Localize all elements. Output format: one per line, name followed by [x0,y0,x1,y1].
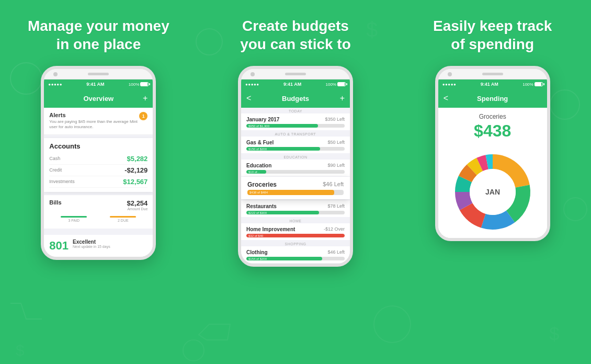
phone-3: ●●●●● 9:41 AM 100% < Spending Groceries … [435,66,550,241]
budget-item-row-2: Education $90 Left [246,163,345,168]
battery-icon-1 [140,82,149,86]
donut-segment-6 [465,170,472,179]
panel-create-budgets: Create budgets you can stick to ●●●●● 9:… [197,0,394,364]
bills-header: Bills $2,254 Amount Due [49,199,147,211]
account-value-credit: -$2,129 [124,166,147,174]
budget-left-3: $46 Left [323,181,344,188]
budget-name-2: Education [246,163,271,168]
budget-bar-bg-1: $150 of $200 [246,147,345,151]
account-label-investments: Investments [49,179,75,184]
budget-sublabel-6: SHOPPING [241,241,350,246]
alerts-row: Alerts You are paying $45 more than the … [44,108,153,135]
budget-sublabel-1: AUTO & TRANSPORT [241,131,350,136]
nav-title-3: Spending [477,95,508,103]
phone-1-speaker [88,73,109,75]
budget-name-1: Gas & Fuel [246,140,274,145]
phone-3-camera [448,72,452,76]
budget-bar-bg-2: $10 of... [246,170,345,174]
budget-bar-label-3: $438 of $484 [249,191,268,194]
bills-section: Bills $2,254 Amount Due 3 PAID [44,195,153,229]
budget-bar-bg-6: $154 of $200 [246,257,345,260]
budget-left-2: $90 Left [327,163,345,168]
status-signal-1: ●●●●● [48,82,62,87]
budget-item-2[interactable]: EDUCATION Education $90 Left $10 of... [241,154,350,176]
budget-bar-bg-0: $950 of $1,300 [246,124,345,128]
donut-segment-9 [487,162,493,162]
budget-left-1: $50 Left [327,140,345,145]
battery-icon-2 [337,82,346,86]
budget-item-0[interactable]: TODAY January 2017 $350 Left $950 of $1,… [241,108,350,130]
spending-category: Groceries [444,113,542,120]
budget-name-6: Clothing [246,249,268,255]
budget-item-row-1: Gas & Fuel $50 Left [246,140,345,145]
phone-2-camera [251,72,255,76]
nav-back-icon-2[interactable]: < [246,94,251,103]
bills-title: Bills [49,199,61,206]
bills-bar-due-fill [110,216,136,218]
budget-item-row-6: Clothing $46 Left [246,249,345,255]
donut-segment-7 [472,165,480,170]
account-row-credit[interactable]: Credit -$2,129 [49,165,147,176]
nav-add-icon-1[interactable]: + [143,94,147,103]
budget-name-3: Groceries [247,181,277,188]
budget-item-1[interactable]: AUTO & TRANSPORT Gas & Fuel $50 Left $15… [241,131,350,153]
phone-3-top-bar [438,69,547,79]
credit-sublabel: Next update in 15 days [73,245,110,248]
donut-segment-5 [462,179,465,192]
budget-item-3[interactable]: Groceries $46 Left $438 of $484 [241,177,350,199]
bills-bars: 3 PAID 2 DUE [49,214,147,224]
status-signal-3: ●●●●● [442,82,457,87]
budget-item-5[interactable]: HOME Home Improvement -$12 Over $32 of $… [241,218,350,240]
donut-segment-8 [480,162,487,164]
panel-track-spending: Easily keep track of spending ●●●●● 9:41… [394,0,591,364]
budget-bar-fill-2: $10 of... [246,170,266,174]
budget-left-6: $46 Left [327,249,345,255]
budget-left-0: $350 Left [325,117,345,122]
budget-bar-bg-5: $32 of $40 [246,234,345,237]
account-row-cash[interactable]: Cash $5,282 [49,153,147,165]
budget-item-inner-6: Clothing $46 Left $154 of $200 [241,246,350,263]
phone-2-top-bar [241,69,350,79]
accounts-section: Accounts Cash $5,282 Credit -$2,129 Inve… [44,138,153,192]
budget-item-4[interactable]: Restaurants $78 Left $222 of $300 [241,200,350,217]
phone-2-nav-bar: < Budgets + [241,89,350,108]
account-row-investments[interactable]: Investments $12,567 [49,176,147,188]
battery-icon-3 [535,82,543,86]
nav-add-icon-2[interactable]: + [340,94,345,103]
nav-title-1: Overview [83,95,113,103]
budget-name-4: Restaurants [246,203,277,209]
phone-1-camera [53,72,58,76]
budget-sublabel-5: HOME [241,218,350,223]
donut-chart: JAN [451,150,535,234]
status-time-3: 9:41 AM [481,82,498,87]
budget-item-inner-0: January 2017 $350 Left $950 of $1,300 [241,113,350,130]
budget-bar-fill-3: $438 of $484 [247,190,334,195]
status-battery-3: 100% [522,82,542,87]
budget-left-4: $78 Left [327,203,345,209]
spending-header: Groceries $438 [438,108,547,146]
budget-sublabel-0: TODAY [241,108,350,113]
budget-left-5: -$12 Over [324,226,345,232]
alerts-content: Alerts You are paying $45 more than the … [49,112,139,130]
budget-item-row-4: Restaurants $78 Left [246,203,345,209]
accounts-title: Accounts [49,142,147,150]
phone-3-status-bar: ●●●●● 9:41 AM 100% [438,79,547,89]
account-label-cash: Cash [49,156,60,161]
budget-bar-label-4: $222 of $300 [248,211,267,214]
budget-bar-label-6: $154 of $200 [248,257,267,260]
credit-score-value: 801 [49,239,69,253]
bills-bar-due-label: 2 DUE [118,219,129,222]
account-value-investments: $12,567 [123,178,147,186]
nav-back-icon-3[interactable]: < [444,94,448,103]
account-value-cash: $5,282 [127,155,148,163]
budget-item-inner-5: Home Improvement -$12 Over $32 of $40 [241,223,350,240]
donut-segment-2 [483,217,510,222]
budget-item-6[interactable]: SHOPPING Clothing $46 Left $154 of $200 [241,241,350,263]
bills-value: $2,254 [127,199,148,207]
phone-1: ●●●●● 9:41 AM 100% Overview + Alerts Yo [41,66,156,260]
budget-bar-label-0: $950 of $1,300 [248,124,269,128]
budget-name-0: January 2017 [246,117,279,122]
budget-bar-fill-6: $154 of $200 [246,257,322,260]
phone-1-nav-bar: Overview + [44,89,153,108]
credit-section: 801 Excellent Next update in 15 days [44,235,153,257]
